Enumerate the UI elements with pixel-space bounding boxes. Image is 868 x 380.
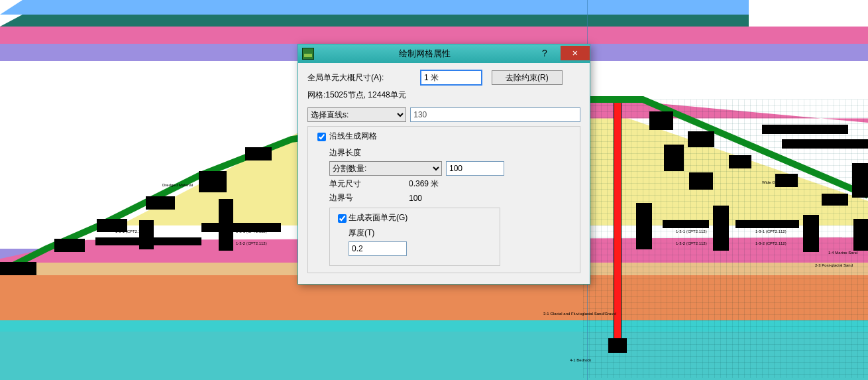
block [853, 219, 868, 251]
stratum-1-3-1-right [0, 27, 868, 44]
block [54, 239, 85, 252]
thickness-label: 厚度(T) [349, 227, 388, 239]
label-1-3-2: 1-3-2 (CPT2.112) [236, 241, 267, 245]
selected-pile-line[interactable] [614, 99, 622, 346]
block [782, 139, 868, 149]
generate-surface-checkbox[interactable] [338, 214, 347, 223]
label-1-3-1: 1-3-1 (CPT2.112) [236, 229, 267, 233]
label-1-3-1: 1-3-1 (CPT2.112) [676, 229, 707, 233]
label-1-3-1: 1-3-1 (CPT2.112) [115, 229, 146, 233]
label-postglacial: 2-3 Post-glacial Sand [815, 263, 853, 267]
element-size-value: 0.369 米 [409, 178, 462, 190]
app-icon [302, 48, 314, 60]
stratum-marine [0, 0, 749, 15]
block [762, 125, 848, 134]
pile-toe-block [608, 338, 627, 353]
label-1-3-2: 1-3-2 (CPT2.112) [755, 241, 787, 245]
block [663, 220, 709, 228]
dialog-title: 绘制网格属性 [319, 48, 530, 60]
mesh-stats: 网格:15025节点, 12448单元 [307, 90, 580, 101]
label-marine: 1-4 Marine Sand [828, 251, 857, 255]
block [713, 206, 729, 251]
block [649, 111, 673, 130]
remove-constraints-button[interactable]: 去除约束(R) [492, 70, 563, 85]
block [0, 262, 36, 275]
edge-id-label: 边界号 [329, 192, 409, 204]
block [664, 145, 684, 171]
block [636, 203, 652, 249]
block [95, 237, 201, 245]
block [245, 147, 272, 160]
edge-id-value: 100 [409, 194, 462, 203]
label-bedrock: 4-1 Bedrock [570, 358, 591, 362]
element-size-label: 单元尺寸 [329, 178, 409, 190]
stratum-top-seal [0, 15, 749, 27]
split-count-input[interactable] [446, 161, 504, 176]
thickness-input[interactable] [349, 241, 407, 256]
close-button[interactable]: × [561, 46, 590, 60]
label-dredged: Dredged Material [162, 183, 193, 187]
help-button[interactable]: ? [530, 46, 559, 60]
mesh-properties-dialog: 绘制网格属性 ? × 全局单元大概尺寸(A): 去除约束(R) 网格:15025… [298, 44, 590, 285]
label-1-3-2: 1-3-2 (CPT2.112) [676, 241, 707, 245]
dialog-titlebar[interactable]: 绘制网格属性 ? × [298, 44, 590, 63]
generate-along-line-checkbox[interactable] [317, 133, 326, 141]
select-line-dropdown[interactable]: 选择直线s: [307, 107, 406, 122]
edge-length-label: 边界长度 [329, 147, 409, 158]
generate-along-line-label: 沿线生成网格 [329, 131, 377, 141]
block [822, 194, 848, 206]
split-mode-dropdown[interactable]: 分割数量: [329, 161, 442, 176]
block [729, 155, 751, 168]
block [688, 131, 714, 147]
generate-surface-group: 生成表面单元(G) 厚度(T) [329, 208, 500, 266]
label-glacial: 3-1 Glacial and Fluvioglacial Sand/Grave… [543, 312, 616, 316]
block [689, 172, 713, 190]
generate-surface-label: 生成表面单元(G) [349, 213, 407, 222]
selected-line-id [410, 107, 580, 122]
block [146, 196, 175, 210]
label-wgr: Wide Grading rock [762, 180, 795, 184]
block [735, 220, 799, 228]
global-size-label: 全局单元大概尺寸(A): [307, 72, 420, 84]
label-1-3-1: 1-3-1 (CPT2.112) [755, 229, 787, 233]
dialog-body: 全局单元大概尺寸(A): 去除约束(R) 网格:15025节点, 12448单元… [298, 63, 590, 284]
label-1-3-2: 1-3-2 (CPT2.112) [115, 241, 146, 245]
block [199, 171, 227, 192]
block [803, 215, 819, 252]
generate-along-line-group: 沿线生成网格 边界长度 分割数量: 单元尺寸 0.369 米 边界号 100 [307, 126, 580, 273]
global-size-input[interactable] [420, 70, 482, 86]
block [852, 163, 868, 198]
